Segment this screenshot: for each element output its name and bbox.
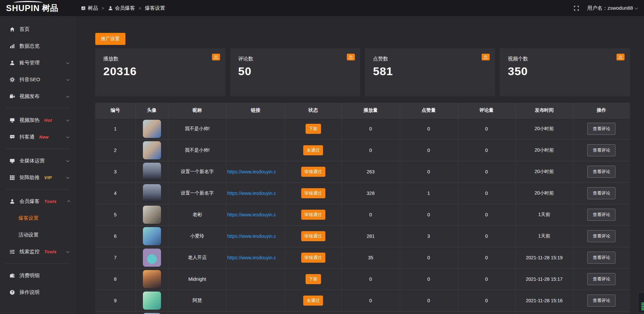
sidebar-item-account-management[interactable]: 账号管理 — [0, 54, 75, 71]
breadcrumb-item-1[interactable]: 会员爆客 — [108, 5, 135, 11]
brand-logo-cn: 树品 — [42, 3, 58, 13]
cell-link — [226, 290, 285, 311]
menu-badge-new: New — [39, 135, 49, 140]
sidebar-item-label: 视频发布 — [19, 93, 40, 100]
video-link[interactable]: https://www.iesdouyin.c — [227, 255, 276, 260]
sidebar-item-clue-monitor[interactable]: 线索监控Tools — [0, 243, 75, 260]
menu-divider — [5, 108, 70, 108]
cell-id: 3 — [95, 161, 136, 182]
cell-link: https://www.iesdouyin.c — [226, 161, 285, 182]
cell-plays: 328 — [341, 182, 400, 204]
breadcrumb-item-0[interactable]: 树品 — [81, 5, 98, 11]
grid-icon — [9, 175, 15, 180]
topbar: SHUPIN 树品 树品>会员爆客>爆客设置 用户名：zswodun88 — [0, 0, 644, 16]
chevron-down-icon — [66, 250, 69, 253]
cell-time: 1天前 — [516, 225, 573, 247]
cell-action: 查看评论 — [573, 182, 630, 204]
stat-card-label: 播放数 — [103, 56, 217, 62]
view-comments-button[interactable]: 查看评论 — [587, 252, 615, 264]
cell-nickname: 小爱玲 — [168, 225, 226, 247]
username-menu[interactable]: 用户名：zswodun88 — [587, 5, 638, 11]
sidebar-item-member-baoke[interactable]: 会员爆客Tools — [0, 193, 75, 210]
video-link[interactable]: https://www.iesdouyin.c — [227, 169, 276, 174]
menu-badge-tools: Tools — [44, 199, 57, 204]
column-header: 编号 — [95, 103, 136, 118]
cell-id: 4 — [95, 182, 136, 204]
column-header: 评论量 — [458, 103, 516, 118]
svg-text:?: ? — [11, 291, 13, 294]
promo-settings-button[interactable]: 推广设置 — [95, 33, 125, 45]
sidebar-item-douyin-seo[interactable]: 抖音SEO — [0, 71, 75, 88]
cell-nickname: Midnight — [168, 268, 226, 290]
video-link[interactable]: https://www.iesdouyin.c — [227, 233, 276, 239]
table-row: 3设置一个新名字https://www.iesdouyin.c审核通过26300… — [95, 161, 630, 182]
view-comments-button[interactable]: 查看评论 — [587, 273, 615, 285]
view-comments-button[interactable]: 查看评论 — [587, 187, 615, 199]
view-comments-button[interactable]: 查看评论 — [587, 209, 615, 221]
cell-id: 2 — [95, 140, 136, 161]
breadcrumb-label: 树品 — [88, 5, 98, 11]
cell-comments: 0 — [458, 247, 516, 268]
sidebar-item-media-operation[interactable]: 全媒体运营 — [0, 152, 75, 169]
cell-action: 查看评论 — [573, 225, 630, 247]
table-row: 4设置一个新名字https://www.iesdouyin.c审核通过32810… — [95, 182, 630, 204]
breadcrumb-label: 爆客设置 — [145, 5, 165, 11]
sidebar-item-video-publish[interactable]: 视频发布 — [0, 88, 75, 105]
stat-card-likes: 点赞数581总 — [365, 48, 495, 96]
fullscreen-icon[interactable] — [574, 5, 579, 11]
menu-badge-hot: Hot — [44, 118, 52, 123]
cell-comments: 0 — [458, 118, 516, 140]
chevron-up-icon — [67, 200, 70, 203]
cell-comments: 0 — [458, 161, 516, 182]
cell-comments — [458, 311, 516, 314]
stat-card-value: 50 — [238, 65, 352, 78]
sidebar-subitem-baoke-settings[interactable]: 爆客设置 — [0, 210, 75, 226]
cell-status — [285, 311, 341, 314]
view-comments-button[interactable]: 查看评论 — [587, 295, 615, 307]
sidebar-item-matrix-boost[interactable]: 矩阵助推VIP — [0, 169, 75, 186]
status-badge: 下架 — [306, 274, 321, 284]
sidebar-item-spending-details[interactable]: 消费明细 — [0, 267, 75, 284]
breadcrumb-item-2[interactable]: 爆客设置 — [145, 5, 165, 11]
stat-card-label: 评论数 — [238, 56, 352, 62]
avatar — [143, 270, 161, 288]
breadcrumb-label: 会员爆客 — [115, 5, 135, 11]
status-badge: 审核通过 — [301, 210, 325, 220]
chevron-down-icon — [66, 61, 69, 64]
sidebar-item-operation-guide[interactable]: ?操作说明 — [0, 284, 75, 301]
cell-time: 20小时前 — [516, 161, 573, 182]
view-comments-button[interactable]: 查看评论 — [587, 166, 615, 178]
cell-link — [226, 118, 285, 140]
cell-nickname — [168, 311, 226, 314]
menu-badge-tools: Tools — [44, 249, 57, 254]
topbar-right: 用户名：zswodun88 — [574, 5, 644, 11]
cell-comments: 0 — [458, 182, 516, 204]
sidebar-item-home[interactable]: 首页 — [0, 21, 75, 38]
cell-action: 查看评论 — [573, 268, 630, 290]
sidebar-menu: 首页数据总览账号管理抖音SEO视频发布视频加热Hot抖客通New全媒体运营矩阵助… — [0, 21, 75, 301]
column-header: 播放量 — [341, 103, 400, 118]
sidebar-item-video-heat[interactable]: 视频加热Hot — [0, 112, 75, 128]
brand-logo[interactable]: SHUPIN 树品 — [0, 0, 75, 16]
user-icon — [9, 60, 15, 66]
video-link[interactable]: https://www.iesdouyin.c — [227, 212, 276, 217]
floating-widget[interactable] — [638, 292, 644, 313]
sliders-icon — [9, 249, 15, 255]
sidebar-item-label: 操作说明 — [19, 289, 40, 296]
cell-nickname: 我不是小帅! — [168, 140, 226, 161]
view-comments-button[interactable]: 查看评论 — [587, 230, 615, 242]
table-row: 5老彬https://www.iesdouyin.c审核通过0001天前查看评论 — [95, 204, 630, 225]
cell-avatar — [136, 311, 168, 314]
total-badge: 总 — [347, 54, 355, 60]
view-comments-button[interactable]: 查看评论 — [587, 123, 615, 135]
column-header: 链接 — [226, 103, 285, 118]
sidebar-item-data-overview[interactable]: 数据总览 — [0, 38, 75, 54]
sidebar-subitem-activity-settings[interactable]: 活动设置 — [0, 226, 75, 243]
status-badge: 下架 — [306, 124, 321, 134]
video-link[interactable]: https://www.iesdouyin.c — [227, 191, 276, 196]
cell-comments: 0 — [458, 204, 516, 225]
stat-card-plays: 播放数20316总 — [95, 48, 225, 96]
sidebar-item-douketong[interactable]: 抖客通New — [0, 128, 75, 145]
view-comments-button[interactable]: 查看评论 — [587, 144, 615, 156]
status-badge: 审核通过 — [301, 167, 325, 177]
